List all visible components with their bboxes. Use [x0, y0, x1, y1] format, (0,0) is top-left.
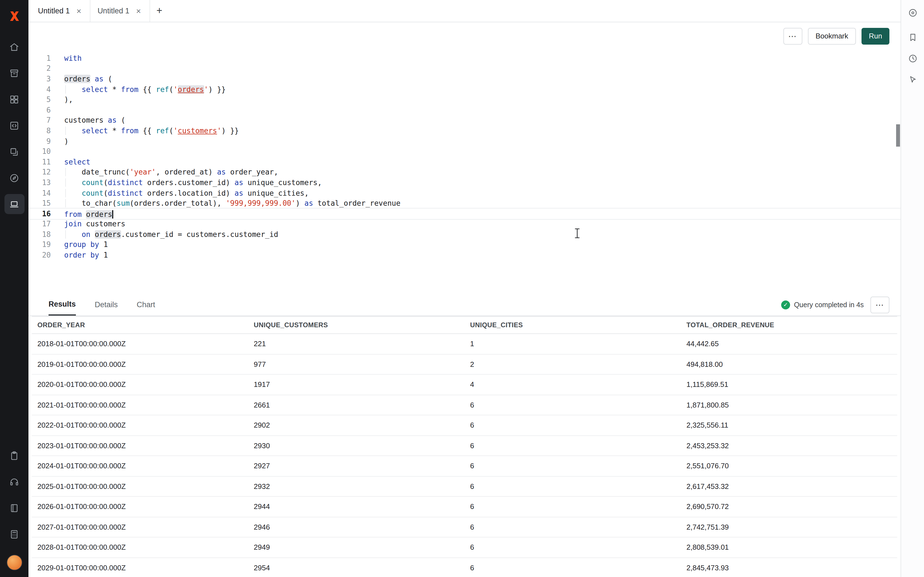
line-number[interactable]: 6 [29, 106, 60, 114]
code-line[interactable]: 17join customers [29, 219, 901, 229]
run-button[interactable]: Run [861, 27, 889, 44]
code-line[interactable]: 5), [29, 95, 901, 105]
line-number[interactable]: 13 [29, 178, 60, 187]
line-number[interactable]: 11 [29, 158, 60, 166]
line-number[interactable]: 12 [29, 168, 60, 176]
editor-scrollbar-thumb[interactable] [896, 124, 900, 147]
table-row[interactable]: 2022-01-01T00:00:00.000Z290262,325,556.1… [32, 415, 897, 436]
table-row[interactable]: 2020-01-01T00:00:00.000Z191741,115,869.5… [32, 375, 897, 395]
archive-icon[interactable] [4, 63, 24, 83]
table-row[interactable]: 2027-01-01T00:00:00.000Z294662,742,751.3… [32, 517, 897, 537]
table-row[interactable]: 2019-01-01T00:00:00.000Z9772494,818.00 [32, 354, 897, 375]
new-tab-button[interactable]: + [150, 0, 169, 22]
grid-icon[interactable] [4, 89, 24, 109]
line-number[interactable]: 5 [29, 95, 60, 104]
main-area: Untitled 1 × Untitled 1 × + ⋯ Bookmark R… [29, 0, 901, 577]
line-number[interactable]: 15 [29, 199, 60, 207]
line-number[interactable]: 10 [29, 147, 60, 156]
line-number[interactable]: 4 [29, 85, 60, 93]
history-icon[interactable] [904, 50, 921, 67]
code-square-icon[interactable] [4, 115, 24, 135]
logo-x-icon [8, 10, 21, 23]
code-line[interactable]: 4 select * from {{ ref('orders') }} [29, 84, 901, 95]
compass-icon[interactable] [4, 168, 24, 188]
line-number[interactable]: 9 [29, 137, 60, 145]
code-line[interactable]: 6 [29, 105, 901, 115]
code-line[interactable]: 11select [29, 157, 901, 167]
laptop-icon[interactable] [4, 194, 24, 214]
bookmark-icon[interactable] [904, 29, 921, 46]
code-line[interactable]: 9) [29, 136, 901, 146]
line-number[interactable]: 2 [29, 64, 60, 73]
tab-close-icon[interactable]: × [75, 6, 82, 16]
column-header[interactable]: UNIQUE_CITIES [465, 321, 681, 329]
line-number[interactable]: 3 [29, 75, 60, 83]
line-number[interactable]: 8 [29, 127, 60, 135]
table-row[interactable]: 2028-01-01T00:00:00.000Z294962,808,539.0… [32, 537, 897, 558]
code-line[interactable]: 10 [29, 146, 901, 157]
line-number[interactable]: 19 [29, 240, 60, 249]
code-token [64, 189, 82, 197]
home-icon[interactable] [4, 37, 24, 57]
code-line[interactable]: 20order by 1 [29, 250, 901, 260]
line-number[interactable]: 14 [29, 189, 60, 197]
line-number[interactable]: 7 [29, 116, 60, 125]
table-cell: 6 [465, 482, 681, 491]
code-line[interactable]: 8 select * from {{ ref('customers') }} [29, 126, 901, 136]
notebook-icon[interactable] [4, 498, 24, 518]
editor-tab-1[interactable]: Untitled 1 × [31, 0, 90, 22]
code-token: select [82, 127, 108, 135]
table-row[interactable]: 2024-01-01T00:00:00.000Z292762,551,076.7… [32, 456, 897, 476]
headset-icon[interactable] [4, 472, 24, 492]
table-row[interactable]: 2021-01-01T00:00:00.000Z266161,871,800.8… [32, 395, 897, 415]
code-token: (orders.order_total), [130, 199, 226, 207]
code-line[interactable]: 14 count(distinct orders.location_id) as… [29, 188, 901, 198]
clipboard-icon[interactable] [4, 445, 24, 466]
code-token: '999,999,999.00' [226, 199, 296, 207]
line-number[interactable]: 16 [29, 210, 60, 218]
sql-editor[interactable]: 1with23orders as (4 select * from {{ ref… [29, 50, 901, 294]
user-avatar[interactable] [6, 555, 22, 570]
code-line[interactable]: 18 on orders.customer_id = customers.cus… [29, 229, 901, 239]
editor-tab-2[interactable]: Untitled 1 × [90, 0, 150, 22]
code-line[interactable]: 1with [29, 53, 901, 63]
pointer-icon[interactable] [904, 71, 921, 88]
table-row[interactable]: 2026-01-01T00:00:00.000Z294462,690,570.7… [32, 497, 897, 517]
code-line[interactable]: 7customers as ( [29, 115, 901, 126]
code-token: ' [204, 85, 208, 93]
tab-chart[interactable]: Chart [137, 294, 155, 316]
line-number[interactable]: 20 [29, 251, 60, 259]
table-row[interactable]: 2023-01-01T00:00:00.000Z293062,453,253.3… [32, 436, 897, 456]
table-row[interactable]: 2018-01-01T00:00:00.000Z221144,442.65 [32, 334, 897, 354]
tab-close-icon[interactable]: × [135, 6, 142, 16]
more-options-button[interactable]: ⋯ [783, 27, 802, 44]
code-line[interactable]: 15 to_char(sum(orders.order_total), '999… [29, 198, 901, 208]
code-line[interactable]: 2 [29, 63, 901, 74]
line-number[interactable]: 18 [29, 230, 60, 239]
code-line[interactable]: 19group by 1 [29, 239, 901, 250]
bookmark-button[interactable]: Bookmark [808, 27, 856, 44]
column-header[interactable]: ORDER_YEAR [32, 321, 248, 329]
table-row[interactable]: 2029-01-01T00:00:00.000Z295462,845,473.9… [32, 558, 897, 577]
line-number[interactable]: 1 [29, 54, 60, 63]
column-header[interactable]: UNIQUE_CUSTOMERS [248, 321, 465, 329]
code-token: sum [116, 199, 130, 207]
table-cell: 2,453,253.32 [681, 442, 898, 450]
line-number[interactable]: 17 [29, 220, 60, 228]
tab-results[interactable]: Results [48, 294, 76, 316]
code-line[interactable]: 13 count(distinct orders.customer_id) as… [29, 177, 901, 188]
results-table: ORDER_YEARUNIQUE_CUSTOMERSUNIQUE_CITIEST… [29, 316, 901, 577]
code-line[interactable]: 3orders as ( [29, 74, 901, 84]
line-content: ) [60, 137, 901, 145]
code-line[interactable]: 12 date_trunc('year', ordered_at) as ord… [29, 167, 901, 177]
app-logo[interactable] [7, 9, 21, 23]
explore-icon[interactable] [904, 5, 921, 21]
column-header[interactable]: TOTAL_ORDER_REVENUE [681, 321, 898, 329]
windows-icon[interactable] [4, 142, 24, 162]
results-more-button[interactable]: ⋯ [871, 296, 889, 313]
table-row[interactable]: 2025-01-01T00:00:00.000Z293262,617,453.3… [32, 476, 897, 497]
tab-details[interactable]: Details [95, 294, 118, 316]
code-line[interactable]: 16from orders [29, 208, 901, 219]
calculator-icon[interactable] [4, 524, 24, 544]
table-cell: 221 [248, 340, 465, 348]
